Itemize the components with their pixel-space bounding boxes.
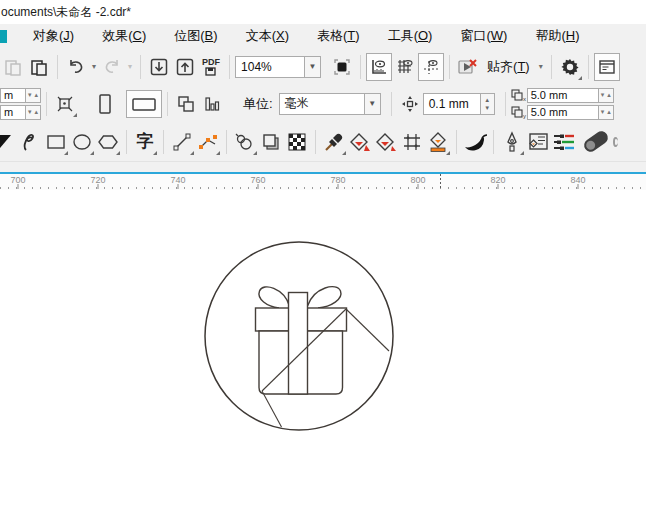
drawing-canvas[interactable]	[0, 190, 646, 509]
ruler-major-tick	[578, 184, 579, 189]
ruler-major-tick	[178, 184, 179, 189]
redo-button-disabled	[99, 53, 125, 81]
snap-dropdown-arrow[interactable]: ▾	[536, 62, 546, 71]
scale-factor-icon[interactable]	[52, 90, 78, 118]
transparency-tool[interactable]	[284, 128, 310, 156]
nudge-distance-input[interactable]: 0.1 mm	[423, 93, 481, 115]
clipped-icon-fragment	[613, 137, 618, 147]
snap-to-label[interactable]: 贴齐(T)	[487, 58, 530, 76]
paste-icon-disabled	[0, 53, 26, 81]
units-select[interactable]: 毫米	[279, 93, 365, 115]
ruler-major-tick	[18, 184, 19, 189]
svg-text:x: x	[523, 96, 526, 102]
show-grid-toggle[interactable]	[392, 53, 418, 81]
duplicate-y-input[interactable]: 5.0 mm	[527, 105, 599, 120]
color-sliders-icon[interactable]	[551, 128, 577, 156]
units-label: 单位:	[243, 95, 273, 113]
interactive-fill-tool[interactable]	[425, 128, 451, 156]
options-gear-button[interactable]	[557, 53, 583, 81]
rectangle-tool[interactable]	[43, 128, 69, 156]
smart-fill-tool[interactable]	[347, 128, 373, 156]
object-height-input[interactable]: m	[0, 105, 26, 120]
undo-button[interactable]	[63, 53, 89, 81]
all-pages-layout-icon[interactable]	[173, 90, 199, 118]
duplicate-y-spinner[interactable]: ▾▴	[599, 105, 614, 120]
line-tool[interactable]	[169, 128, 195, 156]
gift-drawing[interactable]	[0, 190, 646, 509]
document-title: ocuments\未命名 -2.cdr*	[1, 4, 131, 21]
standard-toolbar: ▾ ▾ PDF 104% ▼ 贴齐(T) ▾	[0, 48, 646, 85]
artistic-media-tool[interactable]	[232, 128, 258, 156]
show-rulers-toggle[interactable]	[366, 53, 392, 81]
freehand-tool[interactable]	[17, 128, 43, 156]
publish-pdf-button[interactable]: PDF	[198, 53, 224, 81]
menu-text[interactable]: 文本(X)	[232, 24, 303, 48]
object-height-spinner[interactable]: ▾▴	[26, 105, 41, 120]
object-width-input[interactable]: m	[0, 88, 26, 103]
show-guidelines-toggle[interactable]	[418, 53, 444, 81]
object-width-spinner[interactable]: ▾▴	[26, 88, 41, 103]
nudge-spinner[interactable]: ▲▼	[481, 93, 495, 115]
menu-effects[interactable]: 效果(C)	[88, 24, 160, 48]
units-dropdown-arrow[interactable]: ▼	[365, 93, 381, 115]
text-tool[interactable]: 字	[132, 128, 158, 156]
property-bar: m ▾▴ m ▾▴ 单位: 毫米 ▼ 0.1 mm ▲▼ x 5.0	[0, 85, 646, 122]
pick-tool-fragment-icon[interactable]	[0, 135, 11, 148]
fill-tool[interactable]	[373, 128, 399, 156]
ruler-major-tick	[98, 184, 99, 189]
duplicate-y-icon: y	[511, 106, 527, 119]
docked-icon-fragment	[0, 30, 7, 43]
drop-shadow-tool[interactable]	[258, 128, 284, 156]
duplicate-distance-fields: x 5.0 mm ▾▴ y 5.0 mm ▾▴	[511, 87, 614, 121]
ruler-major-tick	[418, 184, 419, 189]
livesketch-chili-icon[interactable]	[462, 128, 488, 156]
polyline-tool[interactable]	[195, 128, 221, 156]
mesh-fill-tool[interactable]	[399, 128, 425, 156]
export-button[interactable]	[172, 53, 198, 81]
menu-help[interactable]: 帮助(H)	[521, 24, 593, 48]
paste-button[interactable]	[26, 53, 52, 81]
toolbar-gap	[0, 162, 646, 172]
menu-bitmaps[interactable]: 位图(B)	[160, 24, 231, 48]
toggle-pill-icon[interactable]	[583, 128, 609, 156]
ruler-major-tick	[338, 184, 339, 189]
zoom-level-input[interactable]: 104%	[235, 56, 305, 78]
dialogs-button[interactable]	[594, 53, 620, 81]
duplicate-x-spinner[interactable]: ▾▴	[599, 88, 614, 103]
pen-outline-tool[interactable]	[499, 128, 525, 156]
current-page-layout-icon[interactable]	[199, 90, 225, 118]
page-edge-marker	[440, 174, 441, 190]
menu-object[interactable]: 对象(J)	[19, 24, 88, 48]
landscape-orientation-button[interactable]	[126, 90, 162, 118]
ruler-major-tick	[498, 184, 499, 189]
horizontal-ruler[interactable]: 700720740760780800820840	[0, 174, 646, 190]
portrait-orientation-button[interactable]	[92, 90, 118, 118]
menu-table[interactable]: 表格(T)	[303, 24, 374, 48]
import-button[interactable]	[146, 53, 172, 81]
polygon-tool[interactable]	[95, 128, 121, 156]
ruler-major-tick	[258, 184, 259, 189]
nudge-distance-icon	[397, 90, 423, 118]
menu-tools[interactable]: 工具(O)	[374, 24, 447, 48]
menu-window[interactable]: 窗口(W)	[446, 24, 521, 48]
title-bar: ocuments\未命名 -2.cdr*	[0, 0, 646, 24]
edit-fill-dialog-icon[interactable]	[525, 128, 551, 156]
zoom-dropdown-arrow[interactable]: ▼	[305, 56, 321, 78]
gift-ribbon[interactable]	[289, 293, 308, 395]
full-screen-preview-button[interactable]	[329, 53, 355, 81]
snap-disabled-icon[interactable]	[455, 53, 481, 81]
duplicate-x-icon: x	[511, 89, 527, 102]
undo-dropdown-arrow[interactable]: ▾	[89, 62, 99, 71]
toolbox: 字	[0, 122, 646, 162]
duplicate-x-input[interactable]: 5.0 mm	[527, 88, 599, 103]
svg-text:y: y	[523, 113, 526, 119]
ellipse-tool[interactable]	[69, 128, 95, 156]
menu-bar: 对象(J) 效果(C) 位图(B) 文本(X) 表格(T) 工具(O) 窗口(W…	[0, 24, 646, 48]
redo-dropdown-arrow: ▾	[125, 62, 135, 71]
object-size-fields: m ▾▴ m ▾▴	[0, 87, 41, 121]
eyedropper-tool[interactable]	[321, 128, 347, 156]
